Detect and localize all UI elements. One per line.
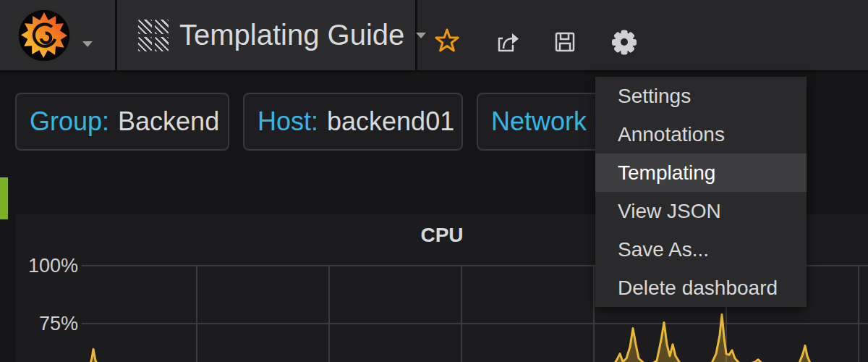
dashboard-title-button[interactable]: Templating Guide (117, 0, 417, 70)
share-icon[interactable] (494, 29, 520, 55)
menu-item-view-json[interactable]: View JSON (595, 192, 807, 230)
logo-dropdown-caret-icon[interactable] (82, 41, 93, 47)
variable-value: Backend (118, 106, 219, 137)
variable-label: Host: (258, 106, 318, 137)
logo-section[interactable] (0, 0, 117, 70)
menu-item-templating[interactable]: Templating (595, 153, 807, 192)
menu-item-settings[interactable]: Settings (595, 77, 807, 115)
variable-value: backend01 (327, 106, 454, 137)
star-icon[interactable] (433, 26, 461, 55)
variable-selector-group[interactable]: Group: Backend (15, 93, 229, 151)
variable-label: Group: (30, 106, 109, 137)
y-axis-tick-75: 75% (39, 313, 78, 334)
variable-selector-host[interactable]: Host: backend01 (243, 93, 463, 151)
variable-label: Network i (491, 106, 600, 137)
save-icon[interactable] (552, 29, 578, 55)
cpu-series (82, 314, 868, 362)
grafana-logo-icon (14, 5, 75, 66)
dashboard-grid-icon (138, 20, 169, 51)
dashboard-settings-menu: Settings Annotations Templating View JSO… (595, 77, 807, 307)
gear-icon[interactable] (611, 29, 637, 55)
top-navbar: Templating Guide (0, 0, 868, 72)
menu-item-save-as[interactable]: Save As... (595, 230, 807, 269)
menu-item-annotations[interactable]: Annotations (595, 115, 807, 153)
dashboard-title: Templating Guide (179, 19, 404, 51)
y-axis-tick-100: 100% (28, 255, 78, 277)
menu-item-delete-dashboard[interactable]: Delete dashboard (595, 269, 807, 307)
row-collapse-tab[interactable] (0, 177, 8, 219)
title-dropdown-caret-icon (416, 33, 426, 38)
